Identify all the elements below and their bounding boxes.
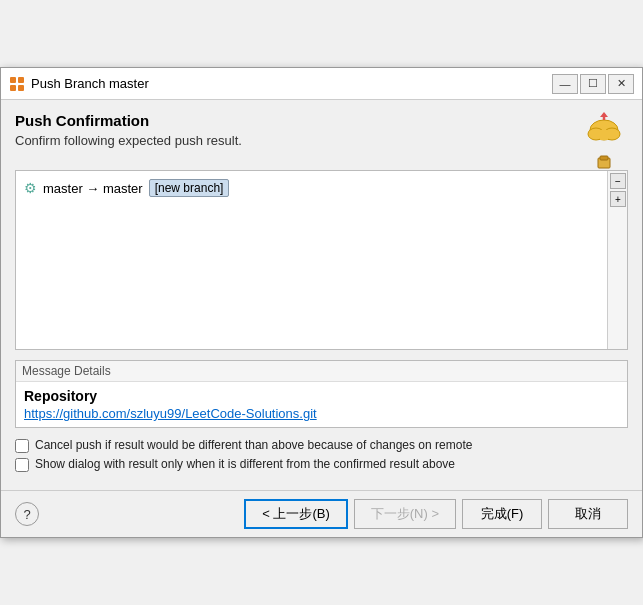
push-cloud-icon [584, 112, 624, 170]
svg-rect-1 [18, 77, 24, 83]
bottom-bar: ? < 上一步(B) 下一步(N) > 完成(F) 取消 [1, 490, 642, 537]
next-button: 下一步(N) > [354, 499, 456, 529]
dialog-content: Push Confirmation Confirm following expe… [1, 100, 642, 490]
finish-button[interactable]: 完成(F) [462, 499, 542, 529]
new-branch-badge: [new branch] [149, 179, 230, 197]
show-dialog-label: Show dialog with result only when it is … [35, 457, 455, 471]
window-title: Push Branch master [31, 76, 546, 91]
cancel-push-checkbox[interactable] [15, 439, 29, 453]
branch-scrollbar: − + [607, 171, 627, 349]
branch-list-area: ⚙ master → master [new branch] − + [15, 170, 628, 350]
branch-list: ⚙ master → master [new branch] [16, 171, 607, 349]
svg-marker-9 [600, 112, 608, 117]
message-details-section: Message Details Repository https://githu… [15, 360, 628, 428]
message-details-label: Message Details [16, 361, 627, 382]
repo-url-link[interactable]: https://github.com/szluyu99/LeetCode-Sol… [24, 406, 317, 421]
branch-text: master → master [43, 181, 143, 196]
svg-rect-0 [10, 77, 16, 83]
cancel-push-label: Cancel push if result would be different… [35, 438, 472, 452]
checkbox-row-1: Cancel push if result would be different… [15, 438, 628, 453]
title-bar: Push Branch master — ☐ ✕ [1, 68, 642, 100]
scroll-down-button[interactable]: + [610, 191, 626, 207]
action-buttons: < 上一步(B) 下一步(N) > 完成(F) 取消 [244, 499, 628, 529]
repo-label: Repository [24, 388, 619, 404]
header-left: Push Confirmation Confirm following expe… [15, 112, 584, 158]
svg-rect-3 [18, 85, 24, 91]
checkboxes-section: Cancel push if result would be different… [15, 438, 628, 472]
title-bar-controls: — ☐ ✕ [552, 74, 634, 94]
dialog-subtitle: Confirm following expected push result. [15, 133, 584, 148]
help-button[interactable]: ? [15, 502, 39, 526]
close-button[interactable]: ✕ [608, 74, 634, 94]
dialog-title: Push Confirmation [15, 112, 584, 129]
maximize-button[interactable]: ☐ [580, 74, 606, 94]
minimize-button[interactable]: — [552, 74, 578, 94]
show-dialog-checkbox[interactable] [15, 458, 29, 472]
svg-rect-2 [10, 85, 16, 91]
message-details-content: Repository https://github.com/szluyu99/L… [16, 382, 627, 427]
checkbox-row-2: Show dialog with result only when it is … [15, 457, 628, 472]
cancel-button[interactable]: 取消 [548, 499, 628, 529]
window-icon [9, 76, 25, 92]
scroll-up-button[interactable]: − [610, 173, 626, 189]
back-button[interactable]: < 上一步(B) [244, 499, 348, 529]
branch-item: ⚙ master → master [new branch] [24, 179, 599, 197]
header-row: Push Confirmation Confirm following expe… [15, 112, 628, 170]
svg-rect-7 [600, 130, 608, 140]
branch-icon: ⚙ [24, 180, 37, 196]
main-window: Push Branch master — ☐ ✕ Push Confirmati… [0, 67, 643, 538]
svg-rect-11 [600, 156, 608, 160]
